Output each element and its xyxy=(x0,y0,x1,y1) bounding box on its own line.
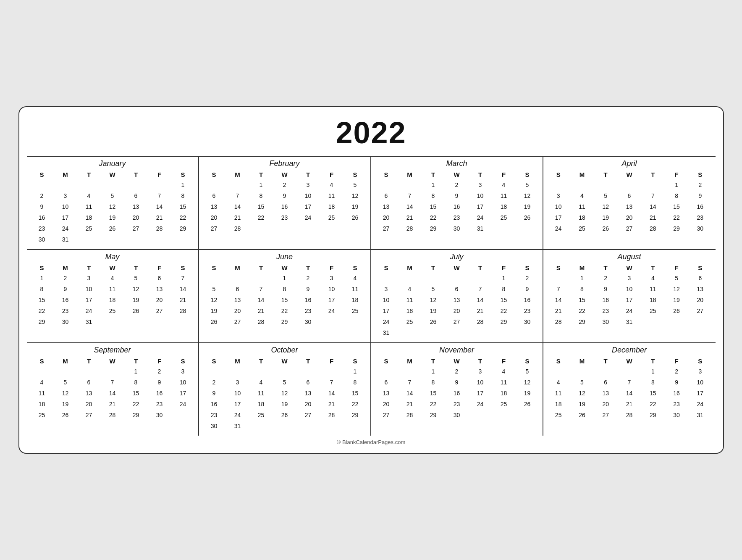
day-cell: 13 xyxy=(688,284,712,294)
day-cell: 24 xyxy=(547,223,570,234)
empty-day xyxy=(249,366,273,377)
empty-day xyxy=(398,273,422,284)
day-cell: 27 xyxy=(148,305,171,316)
day-cell: 12 xyxy=(594,201,617,212)
day-cell: 10 xyxy=(547,201,570,212)
day-cell: 18 xyxy=(547,399,570,410)
day-cell: 23 xyxy=(516,305,539,316)
day-cell: 13 xyxy=(445,294,469,305)
day-cell: 30 xyxy=(688,223,712,234)
day-cell: 29 xyxy=(273,316,296,327)
empty-day xyxy=(320,223,343,234)
day-cell: 22 xyxy=(422,212,445,223)
day-cell: 24 xyxy=(469,399,492,410)
day-cell: 22 xyxy=(343,399,367,410)
day-cell: 20 xyxy=(148,294,171,305)
day-header: M xyxy=(54,356,77,366)
day-cell: 26 xyxy=(101,223,124,234)
day-cell: 19 xyxy=(665,294,688,305)
day-cell: 18 xyxy=(320,201,343,212)
day-cell: 1 xyxy=(570,273,594,284)
month-block-july: JulySMTWTFS12345678910111213141516171819… xyxy=(371,250,543,343)
day-cell: 11 xyxy=(320,190,343,201)
day-cell: 27 xyxy=(296,410,320,421)
day-cell: 3 xyxy=(469,179,492,190)
day-header: S xyxy=(171,263,195,273)
day-cell: 25 xyxy=(249,410,273,421)
day-cell: 21 xyxy=(641,212,665,223)
day-cell: 13 xyxy=(202,201,226,212)
day-cell: 24 xyxy=(226,410,249,421)
day-cell: 22 xyxy=(273,305,296,316)
month-block-september: SeptemberSMTWTFS123456789101112131415161… xyxy=(27,343,199,436)
day-cell: 23 xyxy=(665,399,688,410)
day-cell: 14 xyxy=(148,201,171,212)
day-cell: 15 xyxy=(665,201,688,212)
day-header: M xyxy=(226,356,249,366)
day-cell: 2 xyxy=(516,273,539,284)
day-cell: 6 xyxy=(617,190,641,201)
day-cell: 8 xyxy=(422,377,445,388)
day-cell: 9 xyxy=(148,377,171,388)
day-cell: 20 xyxy=(77,399,101,410)
day-cell: 2 xyxy=(30,190,54,201)
day-header: T xyxy=(422,356,445,366)
day-cell: 20 xyxy=(375,212,398,223)
day-cell: 25 xyxy=(492,399,516,410)
day-cell: 30 xyxy=(30,234,54,245)
day-cell: 3 xyxy=(375,284,398,294)
day-cell: 27 xyxy=(375,223,398,234)
day-cell: 9 xyxy=(30,201,54,212)
day-cell: 22 xyxy=(124,399,148,410)
day-header: F xyxy=(148,356,171,366)
day-cell: 13 xyxy=(296,388,320,399)
day-cell: 9 xyxy=(445,377,469,388)
day-cell: 25 xyxy=(320,212,343,223)
empty-day xyxy=(492,223,516,234)
day-cell: 2 xyxy=(202,377,226,388)
empty-day xyxy=(398,366,422,377)
day-cell: 10 xyxy=(469,377,492,388)
day-cell: 2 xyxy=(594,273,617,284)
empty-day xyxy=(469,273,492,284)
month-block-may: MaySMTWTFS123456789101112131415161718192… xyxy=(27,250,199,343)
day-cell: 27 xyxy=(375,410,398,421)
day-cell: 24 xyxy=(296,212,320,223)
day-header: S xyxy=(547,170,570,179)
day-cell: 26 xyxy=(54,410,77,421)
day-cell: 25 xyxy=(77,223,101,234)
day-cell: 29 xyxy=(665,223,688,234)
day-cell: 3 xyxy=(617,273,641,284)
day-cell: 25 xyxy=(547,410,570,421)
empty-day xyxy=(101,234,124,245)
day-cell: 8 xyxy=(492,284,516,294)
day-cell: 2 xyxy=(273,179,296,190)
day-cell: 7 xyxy=(101,377,124,388)
day-cell: 25 xyxy=(30,410,54,421)
day-cell: 9 xyxy=(296,284,320,294)
day-cell: 1 xyxy=(343,366,367,377)
empty-day xyxy=(617,366,641,377)
day-cell: 14 xyxy=(398,201,422,212)
day-cell: 16 xyxy=(296,294,320,305)
day-header: W xyxy=(273,263,296,273)
empty-day xyxy=(273,366,296,377)
day-cell: 1 xyxy=(641,366,665,377)
day-cell: 30 xyxy=(516,316,539,327)
day-cell: 24 xyxy=(688,399,712,410)
day-cell: 6 xyxy=(688,273,712,284)
day-cell: 4 xyxy=(343,273,367,284)
day-cell: 15 xyxy=(422,201,445,212)
day-cell: 14 xyxy=(398,388,422,399)
day-header: S xyxy=(516,263,539,273)
day-header: S xyxy=(547,356,570,366)
day-cell: 18 xyxy=(30,399,54,410)
day-cell: 23 xyxy=(273,212,296,223)
empty-day xyxy=(617,179,641,190)
day-cell: 5 xyxy=(202,284,226,294)
day-header: S xyxy=(202,170,226,179)
day-cell: 31 xyxy=(54,234,77,245)
day-cell: 15 xyxy=(171,201,195,212)
month-name: January xyxy=(30,159,195,168)
day-cell: 2 xyxy=(445,366,469,377)
